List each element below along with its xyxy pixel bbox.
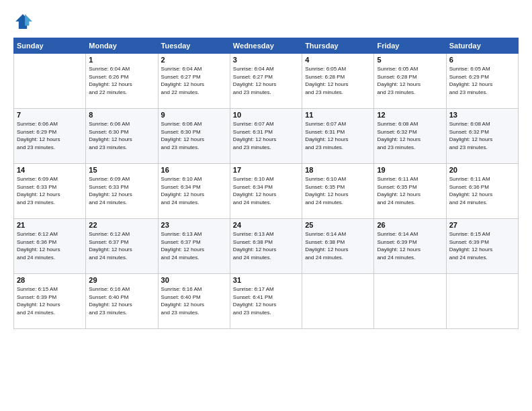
day-info: Sunrise: 6:15 AM Sunset: 6:39 PM Dayligh… [449, 230, 515, 261]
day-info: Sunrise: 6:13 AM Sunset: 6:37 PM Dayligh… [161, 230, 227, 261]
calendar-cell: 30Sunrise: 6:16 AM Sunset: 6:40 PM Dayli… [158, 274, 230, 329]
week-row-4: 21Sunrise: 6:12 AM Sunset: 6:36 PM Dayli… [14, 219, 519, 274]
day-info: Sunrise: 6:04 AM Sunset: 6:27 PM Dayligh… [161, 65, 227, 96]
day-info: Sunrise: 6:10 AM Sunset: 6:35 PM Dayligh… [305, 175, 371, 206]
day-number: 20 [449, 166, 515, 174]
day-number: 8 [89, 111, 154, 119]
calendar-cell: 26Sunrise: 6:14 AM Sunset: 6:39 PM Dayli… [374, 219, 446, 274]
day-info: Sunrise: 6:10 AM Sunset: 6:34 PM Dayligh… [161, 175, 227, 206]
day-info: Sunrise: 6:09 AM Sunset: 6:33 PM Dayligh… [89, 175, 154, 206]
calendar-cell: 19Sunrise: 6:11 AM Sunset: 6:35 PM Dayli… [374, 164, 446, 219]
day-info: Sunrise: 6:05 AM Sunset: 6:28 PM Dayligh… [377, 65, 443, 96]
page: SundayMondayTuesdayWednesdayThursdayFrid… [0, 0, 532, 411]
day-number: 21 [17, 221, 83, 229]
day-number: 17 [233, 166, 299, 174]
day-number: 12 [377, 111, 443, 119]
day-header-wednesday: Wednesday [230, 38, 302, 54]
day-number: 22 [89, 221, 154, 229]
calendar-cell [302, 274, 374, 329]
day-info: Sunrise: 6:06 AM Sunset: 6:30 PM Dayligh… [161, 120, 227, 151]
calendar-cell: 31Sunrise: 6:17 AM Sunset: 6:41 PM Dayli… [230, 274, 302, 329]
calendar-cell: 21Sunrise: 6:12 AM Sunset: 6:36 PM Dayli… [14, 219, 86, 274]
day-header-sunday: Sunday [14, 38, 86, 54]
day-info: Sunrise: 6:06 AM Sunset: 6:30 PM Dayligh… [89, 120, 154, 151]
day-number: 24 [233, 221, 299, 229]
day-info: Sunrise: 6:12 AM Sunset: 6:36 PM Dayligh… [17, 230, 83, 261]
calendar-cell: 22Sunrise: 6:12 AM Sunset: 6:37 PM Dayli… [86, 219, 158, 274]
day-number: 6 [449, 56, 515, 64]
day-number: 16 [161, 166, 227, 174]
day-number: 28 [17, 276, 83, 284]
calendar-cell: 25Sunrise: 6:14 AM Sunset: 6:38 PM Dayli… [302, 219, 374, 274]
calendar-cell [14, 54, 86, 109]
day-number: 5 [377, 56, 443, 64]
week-row-5: 28Sunrise: 6:15 AM Sunset: 6:39 PM Dayli… [14, 274, 519, 329]
calendar-cell: 3Sunrise: 6:04 AM Sunset: 6:27 PM Daylig… [230, 54, 302, 109]
day-number: 2 [161, 56, 227, 64]
calendar-cell: 13Sunrise: 6:08 AM Sunset: 6:32 PM Dayli… [446, 109, 518, 164]
calendar-cell: 24Sunrise: 6:13 AM Sunset: 6:38 PM Dayli… [230, 219, 302, 274]
day-info: Sunrise: 6:16 AM Sunset: 6:40 PM Dayligh… [89, 285, 154, 316]
day-info: Sunrise: 6:06 AM Sunset: 6:29 PM Dayligh… [17, 120, 83, 151]
day-info: Sunrise: 6:11 AM Sunset: 6:35 PM Dayligh… [377, 175, 443, 206]
calendar: SundayMondayTuesdayWednesdayThursdayFrid… [13, 38, 519, 329]
day-number: 15 [89, 166, 154, 174]
calendar-cell [446, 274, 518, 329]
calendar-cell: 29Sunrise: 6:16 AM Sunset: 6:40 PM Dayli… [86, 274, 158, 329]
calendar-cell: 14Sunrise: 6:09 AM Sunset: 6:33 PM Dayli… [14, 164, 86, 219]
day-number: 29 [89, 276, 154, 284]
day-info: Sunrise: 6:09 AM Sunset: 6:33 PM Dayligh… [17, 175, 83, 206]
calendar-cell: 7Sunrise: 6:06 AM Sunset: 6:29 PM Daylig… [14, 109, 86, 164]
day-info: Sunrise: 6:14 AM Sunset: 6:39 PM Dayligh… [377, 230, 443, 261]
calendar-cell: 8Sunrise: 6:06 AM Sunset: 6:30 PM Daylig… [86, 109, 158, 164]
day-info: Sunrise: 6:12 AM Sunset: 6:37 PM Dayligh… [89, 230, 154, 261]
calendar-cell: 11Sunrise: 6:07 AM Sunset: 6:31 PM Dayli… [302, 109, 374, 164]
day-info: Sunrise: 6:16 AM Sunset: 6:40 PM Dayligh… [161, 285, 227, 316]
day-info: Sunrise: 6:11 AM Sunset: 6:36 PM Dayligh… [449, 175, 515, 206]
day-number: 23 [161, 221, 227, 229]
calendar-cell: 20Sunrise: 6:11 AM Sunset: 6:36 PM Dayli… [446, 164, 518, 219]
day-info: Sunrise: 6:07 AM Sunset: 6:31 PM Dayligh… [233, 120, 299, 151]
day-info: Sunrise: 6:13 AM Sunset: 6:38 PM Dayligh… [233, 230, 299, 261]
calendar-cell: 4Sunrise: 6:05 AM Sunset: 6:28 PM Daylig… [302, 54, 374, 109]
calendar-header-row: SundayMondayTuesdayWednesdayThursdayFrid… [14, 38, 519, 54]
day-info: Sunrise: 6:10 AM Sunset: 6:34 PM Dayligh… [233, 175, 299, 206]
day-info: Sunrise: 6:07 AM Sunset: 6:31 PM Dayligh… [305, 120, 371, 151]
day-number: 30 [161, 276, 227, 284]
calendar-cell [374, 274, 446, 329]
calendar-cell: 10Sunrise: 6:07 AM Sunset: 6:31 PM Dayli… [230, 109, 302, 164]
day-info: Sunrise: 6:15 AM Sunset: 6:39 PM Dayligh… [17, 285, 83, 316]
day-number: 25 [305, 221, 371, 229]
day-number: 13 [449, 111, 515, 119]
calendar-cell: 27Sunrise: 6:15 AM Sunset: 6:39 PM Dayli… [446, 219, 518, 274]
calendar-cell: 15Sunrise: 6:09 AM Sunset: 6:33 PM Dayli… [86, 164, 158, 219]
calendar-cell: 17Sunrise: 6:10 AM Sunset: 6:34 PM Dayli… [230, 164, 302, 219]
day-info: Sunrise: 6:08 AM Sunset: 6:32 PM Dayligh… [449, 120, 515, 151]
day-info: Sunrise: 6:04 AM Sunset: 6:26 PM Dayligh… [89, 65, 154, 96]
day-info: Sunrise: 6:08 AM Sunset: 6:32 PM Dayligh… [377, 120, 443, 151]
svg-marker-1 [25, 14, 32, 26]
day-number: 27 [449, 221, 515, 229]
calendar-cell: 12Sunrise: 6:08 AM Sunset: 6:32 PM Dayli… [374, 109, 446, 164]
calendar-cell: 9Sunrise: 6:06 AM Sunset: 6:30 PM Daylig… [158, 109, 230, 164]
day-number: 11 [305, 111, 371, 119]
day-number: 9 [161, 111, 227, 119]
day-header-friday: Friday [374, 38, 446, 54]
day-number: 4 [305, 56, 371, 64]
calendar-cell: 5Sunrise: 6:05 AM Sunset: 6:28 PM Daylig… [374, 54, 446, 109]
calendar-cell: 23Sunrise: 6:13 AM Sunset: 6:37 PM Dayli… [158, 219, 230, 274]
calendar-cell: 2Sunrise: 6:04 AM Sunset: 6:27 PM Daylig… [158, 54, 230, 109]
day-number: 7 [17, 111, 83, 119]
calendar-cell: 16Sunrise: 6:10 AM Sunset: 6:34 PM Dayli… [158, 164, 230, 219]
week-row-2: 7Sunrise: 6:06 AM Sunset: 6:29 PM Daylig… [14, 109, 519, 164]
day-header-monday: Monday [86, 38, 158, 54]
day-info: Sunrise: 6:14 AM Sunset: 6:38 PM Dayligh… [305, 230, 371, 261]
day-number: 19 [377, 166, 443, 174]
day-number: 14 [17, 166, 83, 174]
day-header-saturday: Saturday [446, 38, 518, 54]
day-number: 1 [89, 56, 154, 64]
calendar-cell: 18Sunrise: 6:10 AM Sunset: 6:35 PM Dayli… [302, 164, 374, 219]
logo [13, 12, 35, 31]
day-header-thursday: Thursday [302, 38, 374, 54]
day-number: 10 [233, 111, 299, 119]
